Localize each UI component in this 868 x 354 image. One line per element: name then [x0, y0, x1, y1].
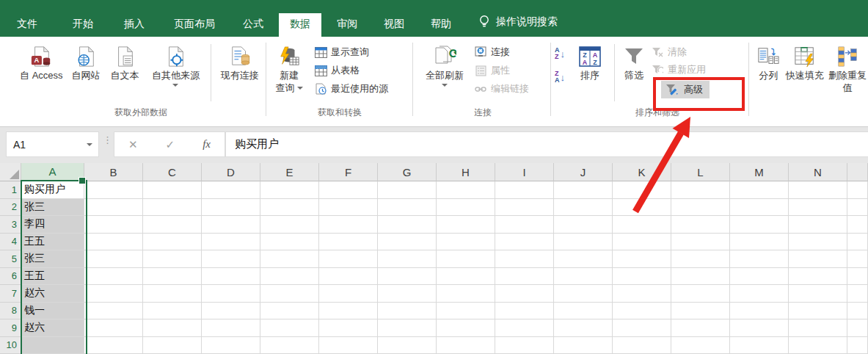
cell-H3[interactable] — [437, 216, 495, 234]
cell-C5[interactable] — [143, 250, 202, 268]
cell-C9[interactable] — [143, 319, 202, 337]
cell-C6[interactable] — [143, 268, 202, 286]
sort-button[interactable]: ZAAZ 排序 — [569, 41, 610, 82]
cell-J7[interactable] — [554, 285, 613, 303]
cell-G9[interactable] — [378, 319, 437, 337]
column-header-I[interactable]: I — [495, 163, 554, 181]
cell-L9[interactable] — [671, 319, 730, 337]
cell-B7[interactable] — [84, 285, 143, 303]
cell-M4[interactable] — [730, 234, 789, 251]
cell-A8[interactable]: 钱一 — [21, 303, 84, 320]
cell-partial-2[interactable] — [847, 199, 868, 217]
connections-button[interactable]: 连接 — [474, 46, 529, 59]
cell-N8[interactable] — [789, 303, 847, 320]
row-header-8[interactable]: 8 — [0, 303, 21, 320]
cell-J5[interactable] — [554, 250, 613, 268]
cell-M2[interactable] — [730, 199, 789, 217]
cell-K6[interactable] — [613, 268, 671, 286]
cell-G2[interactable] — [378, 199, 437, 217]
cell-H7[interactable] — [437, 285, 495, 303]
cell-L6[interactable] — [671, 268, 730, 286]
name-box[interactable]: A1 — [6, 131, 99, 157]
cell-H4[interactable] — [437, 234, 495, 251]
column-header-C[interactable]: C — [143, 163, 202, 181]
column-header-G[interactable]: G — [378, 163, 437, 181]
cell-B8[interactable] — [84, 303, 143, 320]
formula-input[interactable]: 购买用户 — [225, 131, 868, 157]
from-table-button[interactable]: 从表格 — [314, 64, 388, 77]
cell-D2[interactable] — [202, 199, 260, 217]
cell-F5[interactable] — [319, 250, 378, 268]
cell-I9[interactable] — [495, 319, 554, 337]
cell-D9[interactable] — [202, 319, 260, 337]
column-header-B[interactable]: B — [84, 163, 143, 181]
from-web-button[interactable]: 自网站 — [67, 41, 106, 82]
row-header-5[interactable]: 5 — [0, 250, 21, 268]
existing-connections-button[interactable]: 现有连接 — [214, 41, 266, 82]
cell-B3[interactable] — [84, 216, 143, 234]
cell-E2[interactable] — [260, 199, 319, 217]
cell-J9[interactable] — [554, 319, 613, 337]
cell-F3[interactable] — [319, 216, 378, 234]
row-header-2[interactable]: 2 — [0, 199, 21, 217]
cell-H6[interactable] — [437, 268, 495, 286]
cell-E10[interactable] — [260, 337, 319, 354]
cell-I5[interactable] — [495, 250, 554, 268]
filter-button[interactable]: 筛选 — [619, 41, 649, 82]
cell-L7[interactable] — [671, 285, 730, 303]
cell-I3[interactable] — [495, 216, 554, 234]
cell-N7[interactable] — [789, 285, 847, 303]
cell-J2[interactable] — [554, 199, 613, 217]
cell-D3[interactable] — [202, 216, 260, 234]
cell-J3[interactable] — [554, 216, 613, 234]
cell-E3[interactable] — [260, 216, 319, 234]
cell-C3[interactable] — [143, 216, 202, 234]
cell-G10[interactable] — [378, 337, 437, 354]
advanced-filter-button[interactable]: 高级 — [661, 81, 710, 98]
cell-K8[interactable] — [613, 303, 671, 320]
cell-K7[interactable] — [613, 285, 671, 303]
text-to-columns-button[interactable]: ⤵ 分列 — [754, 41, 783, 82]
cell-B9[interactable] — [84, 319, 143, 337]
tab-data[interactable]: 数据 — [279, 13, 321, 37]
cell-partial-10[interactable] — [847, 337, 868, 354]
cell-N6[interactable] — [789, 268, 847, 286]
cell-H9[interactable] — [437, 319, 495, 337]
cell-C1[interactable] — [143, 181, 202, 199]
cell-K3[interactable] — [613, 216, 671, 234]
cell-L1[interactable] — [671, 181, 730, 199]
column-header-D[interactable]: D — [202, 163, 260, 181]
flash-fill-button[interactable]: 快速填充 — [783, 41, 827, 82]
cell-A3[interactable]: 李四 — [21, 216, 84, 234]
cell-B5[interactable] — [84, 250, 143, 268]
cell-M7[interactable] — [730, 285, 789, 303]
cell-D4[interactable] — [202, 234, 260, 251]
cell-partial-7[interactable] — [847, 285, 868, 303]
cell-L10[interactable] — [671, 337, 730, 354]
cell-E9[interactable] — [260, 319, 319, 337]
row-header-6[interactable]: 6 — [0, 268, 21, 286]
cell-J1[interactable] — [554, 181, 613, 199]
cell-B6[interactable] — [84, 268, 143, 286]
cell-F9[interactable] — [319, 319, 378, 337]
cell-B1[interactable] — [84, 181, 143, 199]
cell-C7[interactable] — [143, 285, 202, 303]
select-all-corner[interactable] — [0, 163, 21, 181]
cell-partial-5[interactable] — [847, 250, 868, 268]
cell-A10[interactable] — [21, 337, 84, 354]
cell-H5[interactable] — [437, 250, 495, 268]
cell-L4[interactable] — [671, 234, 730, 251]
cell-L2[interactable] — [671, 199, 730, 217]
cell-D7[interactable] — [202, 285, 260, 303]
cell-B10[interactable] — [84, 337, 143, 354]
show-queries-button[interactable]: 显示查询 — [314, 46, 388, 59]
cell-J8[interactable] — [554, 303, 613, 320]
cell-E6[interactable] — [260, 268, 319, 286]
row-header-4[interactable]: 4 — [0, 234, 21, 251]
cell-G7[interactable] — [378, 285, 437, 303]
row-header-1[interactable]: 1 — [0, 181, 21, 199]
cell-G5[interactable] — [378, 250, 437, 268]
cell-K1[interactable] — [613, 181, 671, 199]
column-header-L[interactable]: L — [671, 163, 730, 181]
column-header-N[interactable]: N — [789, 163, 847, 181]
